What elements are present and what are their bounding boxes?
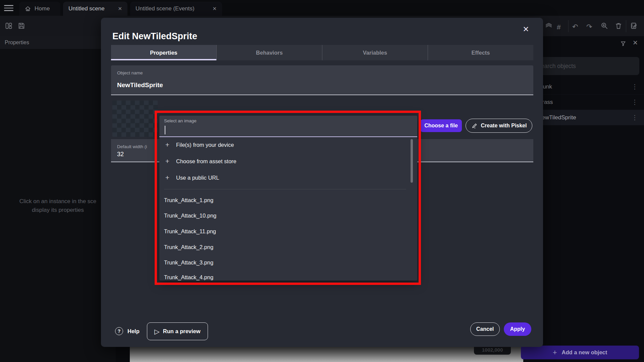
toolbar-divider [626, 20, 626, 32]
dropdown-file-item[interactable]: Trunk_Attack_4.png [159, 269, 411, 285]
properties-panel-header: Properties [0, 36, 116, 49]
layers-icon[interactable] [545, 22, 553, 30]
apply-button[interactable]: Apply [504, 322, 531, 336]
dialog-tabbar: Properties Behaviors Variables Effects [111, 45, 533, 60]
row-menu-dots-icon[interactable]: ⋮ [632, 83, 638, 90]
save-icon[interactable] [17, 22, 25, 30]
plus-icon: + [164, 157, 171, 165]
grid-icon[interactable]: # [557, 23, 561, 31]
select-image-label: Select an image [164, 118, 197, 123]
dropdown-action-asset-store[interactable]: + Choose from asset store [159, 153, 411, 169]
plus-icon: + [553, 348, 557, 357]
toolbar-divider [568, 20, 569, 32]
dropdown-file-item[interactable]: Trunk_Attack_10.png [159, 208, 411, 223]
tab-scene-label: Untitled scene [68, 5, 105, 12]
project-manager-layout-icon[interactable] [5, 22, 13, 30]
row-menu-dots-icon[interactable]: ⋮ [632, 98, 638, 106]
select-image-input[interactable]: Select an image [159, 116, 417, 137]
object-name-field[interactable]: Object name NewTiledSprite [111, 65, 533, 95]
home-icon [24, 5, 31, 12]
run-a-preview-button[interactable]: ▷ Run a preview [147, 322, 208, 340]
dialog-close-icon[interactable]: ✕ [520, 23, 532, 35]
dropdown-action-public-url[interactable]: + Use a public URL [159, 170, 411, 186]
select-image-dropdown: Select an image + File(s) from your devi… [159, 116, 417, 281]
dropdown-file-item[interactable]: Trunk_Attack_1.png [159, 192, 411, 208]
text-caret [165, 126, 165, 134]
trash-icon[interactable] [614, 22, 623, 30]
dropdown-scrollbar[interactable] [411, 139, 413, 183]
plus-icon: + [164, 141, 171, 149]
tab-variables[interactable]: Variables [322, 45, 428, 60]
row-menu-dots-icon[interactable]: ⋮ [632, 114, 638, 121]
panel-close-icon[interactable]: ✕ [633, 40, 638, 46]
edit-notebook-icon[interactable] [630, 22, 638, 30]
tiled-sprite-preview-placeholder [112, 101, 158, 137]
dialog-title: Edit NewTiledSprite [112, 31, 197, 42]
dropdown-file-item[interactable]: Trunk_Attack_2.png [159, 239, 411, 255]
dropdown-action-files-from-device[interactable]: + File(s) from your device [159, 137, 411, 153]
question-icon: ? [115, 327, 123, 335]
search-objects-input[interactable] [531, 57, 639, 75]
pencil-icon [471, 123, 478, 129]
filter-icon[interactable] [620, 40, 627, 47]
scene-canvas-edge [130, 347, 523, 362]
properties-panel: Properties Click on an instance in the s… [0, 36, 116, 362]
dropdown-file-item[interactable]: Trunk_Attack_11.png [159, 224, 411, 239]
hamburger-menu-icon[interactable] [4, 5, 13, 11]
plus-icon: + [164, 174, 171, 182]
tab-properties[interactable]: Properties [111, 45, 216, 60]
cancel-button[interactable]: Cancel [470, 322, 500, 336]
properties-empty-hint: Click on an instance in the sce display … [0, 197, 116, 215]
tab-home-label: Home [35, 5, 50, 12]
zoom-in-icon[interactable] [600, 22, 608, 30]
dropdown-file-item[interactable]: Trunk_Attack_3.png [159, 255, 411, 270]
top-bar: Home Untitled scene ✕ Untitled scene (Ev… [0, 0, 644, 16]
tab-untitled-scene-events[interactable]: Untitled scene (Events) ✕ [130, 2, 222, 16]
dropdown-divider [164, 189, 406, 189]
tab-behaviors[interactable]: Behaviors [216, 45, 322, 60]
tab-home[interactable]: Home [19, 2, 60, 16]
help-button[interactable]: ? Help [115, 326, 140, 336]
add-new-object-button[interactable]: + Add a new object [521, 346, 639, 359]
tab-effects[interactable]: Effects [428, 45, 533, 60]
undo-icon[interactable]: ↶ [572, 23, 578, 30]
play-icon: ▷ [154, 327, 159, 336]
tab-events-close-icon[interactable]: ✕ [212, 6, 217, 12]
tab-events-label: Untitled scene (Events) [136, 5, 195, 12]
choose-a-file-button[interactable]: Choose a file [420, 119, 462, 132]
tab-scene-close-icon[interactable]: ✕ [118, 6, 122, 12]
tab-untitled-scene[interactable]: Untitled scene ✕ [63, 2, 127, 16]
redo-icon[interactable]: ↷ [586, 23, 592, 30]
create-with-piskel-button[interactable]: Create with Piskel [466, 119, 532, 133]
